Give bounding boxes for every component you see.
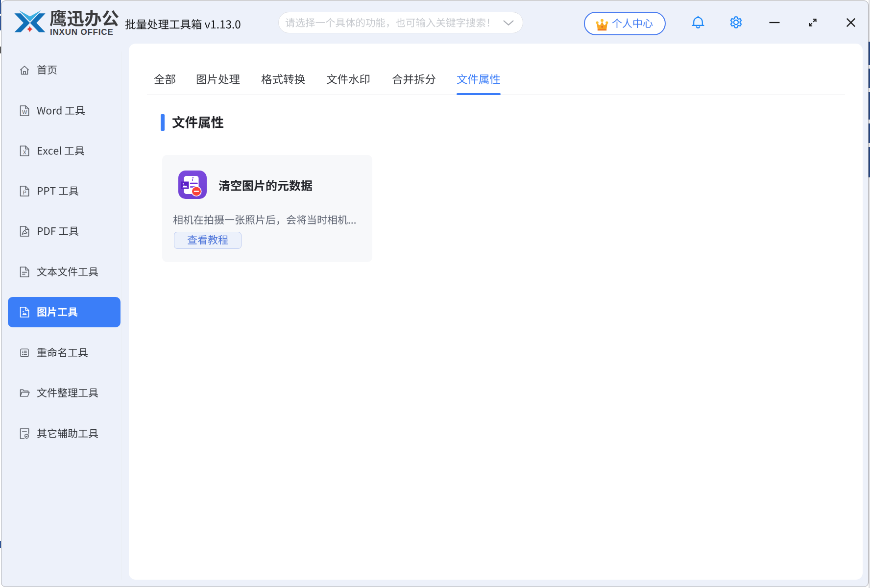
svg-text:W: W: [22, 109, 27, 115]
svg-text:P: P: [23, 190, 26, 196]
svg-text:X: X: [23, 149, 26, 155]
